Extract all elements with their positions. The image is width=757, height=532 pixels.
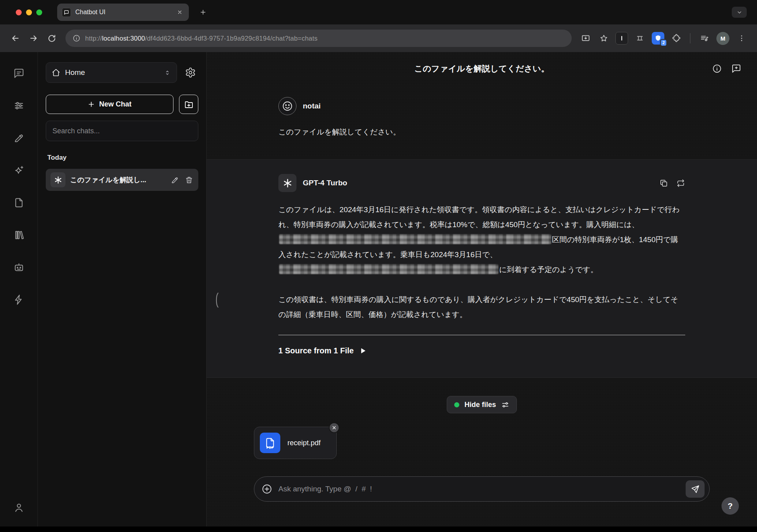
sources-toggle[interactable]: 1 Source from 1 File [278,335,366,377]
new-tab-button[interactable] [197,6,209,19]
send-plane-icon [691,485,700,494]
robot-face-icon [13,262,24,273]
rail-item-models[interactable] [13,164,25,176]
remove-file-icon[interactable] [329,422,339,433]
new-message-icon[interactable] [731,64,741,74]
pdf-type-label: PDF [267,446,274,450]
help-button[interactable]: ? [722,497,739,515]
window-bottom-edge [0,526,757,532]
minimize-window-button[interactable] [26,9,32,15]
extension-icon-2[interactable] [634,32,646,45]
fullscreen-window-button[interactable] [36,9,42,15]
section-label-today: Today [46,154,198,162]
plus-icon [88,101,95,108]
tab-close-icon[interactable] [175,8,184,17]
chat-info-icon[interactable] [712,64,722,74]
user-name: notai [303,102,321,110]
chat-bubble-icon [13,68,24,79]
app-body: Home New Chat Today [0,52,757,526]
chat-item-title: このファイルを解説し... [70,175,165,185]
close-window-button[interactable] [16,9,22,15]
chat-content: notai このファイルを解説してください。 GPT-4 Turbo [207,85,757,526]
profile-avatar[interactable]: M [716,32,729,45]
browser-tab[interactable]: Chatbot UI [57,4,189,21]
rail-item-tools[interactable] [13,294,25,306]
search-chats-input[interactable] [46,121,198,141]
expand-triangle-icon [361,348,366,354]
install-app-icon[interactable] [577,30,594,47]
hide-files-button[interactable]: Hide files [447,396,517,413]
collapse-sidebar-handle[interactable] [214,291,220,309]
sources-label: 1 Source from 1 File [278,346,354,355]
model-name: GPT-4 Turbo [303,179,347,187]
assistant-answer-text: このファイルは、2024年3月16日に発行された領収書です。領収書の内容によると… [278,202,685,322]
sliders-icon [13,100,24,111]
toolbar-divider [690,33,690,43]
answer-text: このファイルは、2024年3月16日に発行された領収書です。領収書の内容によると… [278,205,680,229]
new-folder-button[interactable] [179,95,198,114]
rail-item-collections[interactable] [13,229,25,241]
media-list-icon[interactable] [696,30,712,47]
bolt-icon [13,294,24,305]
site-info-icon[interactable] [73,34,80,42]
rail-item-presets[interactable] [13,100,25,112]
answer-text: この領収書は、特別車両券の購入に関するものであり、購入者がクレジットカードで45… [278,292,685,322]
user-message: notai このファイルを解説してください。 [207,85,757,159]
user-message-text: このファイルを解説してください。 [278,125,685,140]
redacted-text [279,264,498,274]
message-input-bar [254,476,710,502]
extensions-puzzle-icon[interactable] [668,30,684,47]
person-icon [13,502,24,513]
chat-header: このファイルを解説してください。 [207,52,757,85]
openai-logo-icon [50,172,65,187]
menu-kebab-icon[interactable] [733,30,750,47]
rail-item-profile[interactable] [13,502,25,513]
forward-button[interactable] [25,30,42,47]
books-icon [13,230,24,241]
attached-file-chip[interactable]: PDF receipt.pdf [254,427,337,459]
attach-plus-icon[interactable] [261,483,272,495]
workspace-label: Home [65,68,159,77]
regenerate-icon[interactable] [676,179,685,188]
select-chevrons-icon [164,69,171,77]
assistant-message: GPT-4 Turbo このファイルは、2024 [207,159,757,378]
rail-item-files[interactable] [13,197,25,209]
rail-item-assistants[interactable] [13,261,25,273]
browser-toolbar: http://localhost:3000/df4dd623-6bbd-4df3… [0,24,757,52]
message-input[interactable] [278,485,680,493]
copy-message-icon[interactable] [659,179,668,188]
pdf-file-icon: PDF [260,433,280,453]
url-bar[interactable]: http://localhost:3000/df4dd623-6bbd-4df3… [65,30,572,47]
status-dot-icon [454,402,459,407]
pencil-icon [13,133,24,144]
redacted-text [279,234,551,244]
tab-title: Chatbot UI [75,9,171,16]
back-button[interactable] [7,30,24,47]
chat-panel: このファイルを解説してください。 [207,52,757,526]
bookmark-star-icon[interactable] [595,30,612,47]
edit-chat-icon[interactable] [170,175,179,185]
nav-rail [0,52,38,526]
rail-item-chats[interactable] [13,67,25,79]
file-filter-sliders-icon [501,401,509,409]
chat-list-item[interactable]: このファイルを解説し... [46,169,198,191]
extension-icon-1[interactable] [615,32,628,45]
delete-chat-icon[interactable] [184,175,194,185]
browser-window: Chatbot UI http://localhost:3000/df4dd62… [0,0,757,532]
send-button[interactable] [686,480,705,498]
workspace-select[interactable]: Home [46,62,177,83]
window-controls [16,9,42,15]
tab-search-button[interactable] [732,7,747,18]
chat-header-title: このファイルを解説してください。 [414,63,549,74]
reload-button[interactable] [43,30,60,47]
settings-gear-icon[interactable] [183,65,198,80]
file-name: receipt.pdf [287,439,321,447]
extension-badge: 2 [660,39,667,47]
answer-text: に到着する予定のようです。 [499,265,598,274]
new-chat-button[interactable]: New Chat [46,95,173,114]
extension-shield-icon[interactable]: 2 [652,32,664,45]
assistant-avatar-openai-icon [278,174,296,192]
rail-item-prompts[interactable] [13,132,25,144]
file-icon [13,197,24,208]
home-icon [52,68,60,77]
